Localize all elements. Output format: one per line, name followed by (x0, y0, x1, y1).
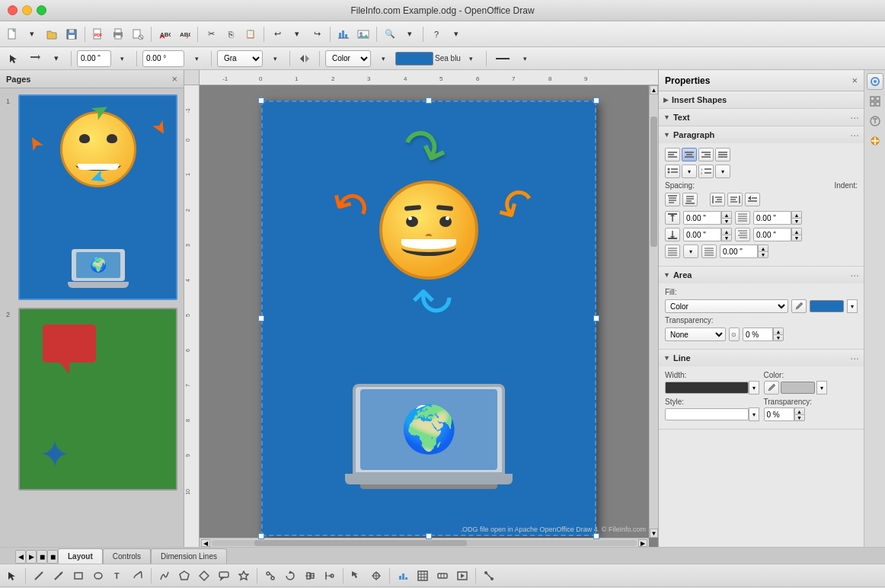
line-width-slider[interactable] (665, 382, 749, 394)
transparency-value-input[interactable] (743, 328, 773, 341)
text-more[interactable]: ··· (850, 111, 859, 123)
color-select[interactable]: Color (325, 50, 371, 67)
shapes-tool[interactable] (175, 567, 193, 585)
save-button[interactable] (62, 25, 81, 43)
v-scrollbar[interactable]: ▲ ▼ (649, 85, 658, 538)
line-style-dropdown[interactable]: ▾ (516, 50, 535, 68)
select-tool-bottom[interactable] (3, 567, 21, 585)
handle-top-right[interactable] (593, 97, 599, 104)
maximize-button[interactable] (37, 5, 46, 15)
align-right-button[interactable] (698, 148, 714, 161)
list-ordered-dropdown[interactable]: ▾ (715, 165, 730, 178)
gallery-icon-button[interactable] (867, 133, 883, 149)
tab-dimension-lines[interactable]: Dimension Lines (151, 548, 227, 564)
zoom-button[interactable]: 🔍 (381, 25, 399, 43)
autocorrect-button[interactable]: ABC✓ (175, 25, 193, 43)
line-color-preview[interactable] (781, 382, 815, 394)
paste-button[interactable]: 📋 (241, 25, 260, 43)
new-dropdown-button[interactable]: ▾ (23, 25, 41, 43)
transparency-type-select[interactable]: None Linear Axial (665, 328, 726, 341)
handle-bottom-mid[interactable] (426, 533, 432, 539)
line-trans-up[interactable]: ▲ (794, 407, 805, 414)
snap-tool[interactable] (321, 567, 339, 585)
line-spacing-down[interactable]: ▼ (758, 251, 768, 258)
h-scrollbar-thumb[interactable] (254, 540, 467, 546)
select-tool-button[interactable] (5, 50, 23, 68)
align-tool[interactable] (301, 567, 319, 585)
indent-option[interactable] (745, 193, 760, 206)
position-x-input[interactable] (77, 50, 111, 67)
add-tab-button[interactable]: ◼ (37, 550, 47, 564)
text-tool[interactable]: T (109, 567, 127, 585)
curves-tool[interactable] (155, 567, 174, 585)
tab-controls[interactable]: Controls (103, 548, 151, 564)
arrow-tool[interactable] (50, 567, 68, 585)
redo-button[interactable]: ↪ (308, 25, 326, 43)
paragraph-section-header[interactable]: ▼ Paragraph ··· (659, 126, 864, 143)
rect-tool[interactable] (69, 567, 88, 585)
list-ordered-button[interactable]: 1.2. (698, 165, 714, 178)
handle-top-mid[interactable] (426, 97, 432, 104)
export-pdf-button[interactable]: PDF (89, 25, 107, 43)
decrease-above-spacing[interactable] (682, 193, 698, 206)
tab-layout[interactable]: Layout (58, 548, 103, 564)
right-indent-down[interactable]: ▼ (791, 218, 802, 225)
freeform-tool[interactable] (129, 567, 147, 585)
styles-icon-button[interactable] (867, 113, 883, 129)
position-unit-button[interactable]: ▾ (113, 50, 131, 68)
align-center-button[interactable] (682, 148, 697, 161)
starshapes-tool[interactable] (235, 567, 253, 585)
line-color-dropdown-btn[interactable]: ▾ (816, 381, 827, 395)
above-para-input[interactable] (683, 211, 721, 225)
properties-close-button[interactable]: × (851, 75, 858, 86)
line-style-button[interactable] (492, 50, 513, 68)
callout-tool[interactable] (215, 567, 233, 585)
rotate-tool[interactable] (281, 567, 299, 585)
shade-dropdown[interactable]: ▾ (266, 50, 284, 68)
point-select-tool[interactable] (347, 567, 366, 585)
tab-order-bottom[interactable] (261, 567, 280, 585)
insert-movie-tool[interactable] (453, 567, 471, 585)
left-indent-up[interactable]: ▲ (791, 228, 802, 235)
line-width-dropdown[interactable]: ▾ (749, 381, 759, 395)
line-transparency-input[interactable] (764, 407, 794, 421)
insert-chart-tool[interactable] (394, 567, 412, 585)
line-spacing-value-input[interactable] (720, 244, 758, 258)
pages-close-button[interactable]: × (171, 73, 177, 85)
fill-color-dropdown-btn[interactable]: ▾ (847, 299, 858, 313)
toggle-fields-tool[interactable] (433, 567, 452, 585)
align-justify-button[interactable] (715, 148, 730, 161)
list-unordered-button[interactable] (665, 165, 680, 178)
copy-button[interactable]: ⎘ (222, 25, 240, 43)
shade-select[interactable]: Gra (217, 50, 263, 67)
rotation-unit-btn[interactable]: ▾ (187, 50, 206, 68)
help-dropdown-button[interactable]: ▾ (447, 25, 465, 43)
increase-above-spacing[interactable] (665, 193, 680, 206)
line-color-eyedropper[interactable] (764, 381, 779, 395)
fill-type-select[interactable]: Color Gradient Hatching Bitmap None (665, 299, 788, 313)
tab-order-button[interactable] (26, 50, 44, 68)
scroll-up-button[interactable]: ▲ (650, 85, 658, 94)
line-style-slider[interactable] (665, 408, 749, 420)
print-preview-button[interactable] (129, 25, 147, 43)
below-para-down[interactable]: ▼ (721, 235, 732, 241)
undo-dropdown-button[interactable]: ▾ (288, 25, 306, 43)
fill-color-preview[interactable] (810, 300, 844, 312)
right-indent-input[interactable] (753, 211, 791, 225)
help-button[interactable]: ? (427, 25, 446, 43)
open-button[interactable] (43, 25, 61, 43)
flowchart-tool[interactable] (195, 567, 213, 585)
undo-button[interactable]: ↩ (268, 25, 286, 43)
minimize-button[interactable] (22, 5, 32, 15)
chart-button[interactable] (334, 25, 353, 43)
properties-icon-button[interactable] (867, 73, 883, 90)
scroll-tabs-right[interactable]: ▶ (26, 550, 37, 564)
scroll-down-button[interactable]: ▼ (650, 529, 658, 538)
below-para-up[interactable]: ▲ (721, 228, 732, 235)
area-more[interactable]: ··· (850, 269, 859, 281)
close-button[interactable] (8, 5, 18, 15)
scroll-tabs-left[interactable]: ◀ (15, 550, 26, 564)
line-trans-down[interactable]: ▼ (794, 414, 805, 421)
ellipse-tool[interactable] (89, 567, 107, 585)
line-tool[interactable] (30, 567, 48, 585)
